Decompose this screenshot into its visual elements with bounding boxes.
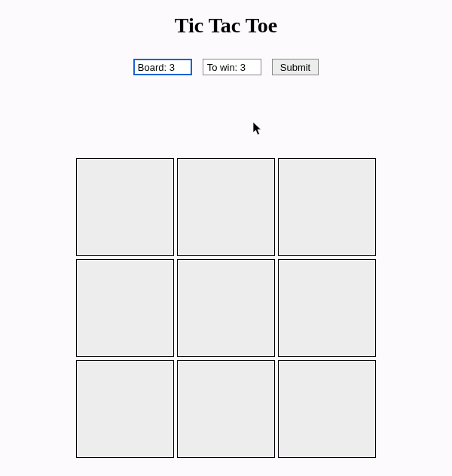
board-cell[interactable] [177, 360, 275, 458]
board-cell[interactable] [177, 259, 275, 357]
submit-button[interactable]: Submit [272, 59, 319, 75]
board-cell[interactable] [177, 158, 275, 256]
game-board [76, 158, 376, 458]
controls-row: Submit [133, 59, 319, 75]
board-cell[interactable] [278, 158, 376, 256]
board-cell[interactable] [76, 360, 174, 458]
board-cell[interactable] [76, 259, 174, 357]
board-cell[interactable] [278, 360, 376, 458]
to-win-input[interactable] [203, 59, 261, 75]
board-cell[interactable] [278, 259, 376, 357]
board-cell[interactable] [76, 158, 174, 256]
board-size-input[interactable] [133, 59, 192, 75]
page-title: Tic Tac Toe [175, 14, 277, 38]
